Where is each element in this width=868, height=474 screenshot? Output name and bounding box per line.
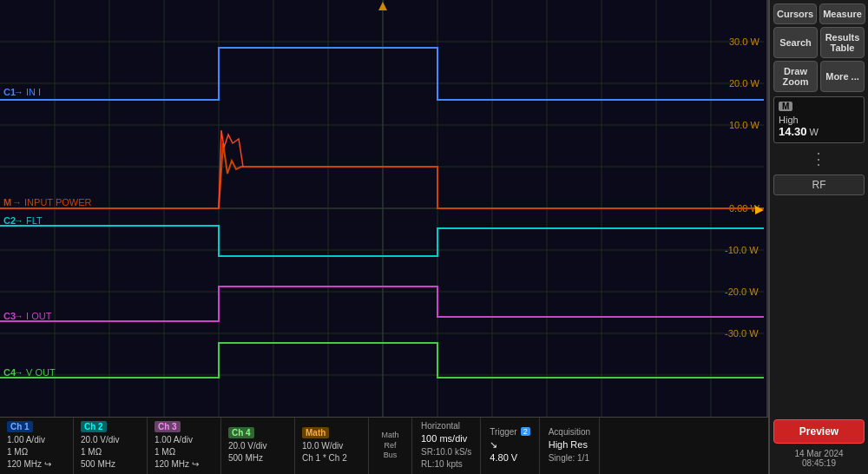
preview-button[interactable]: Preview — [773, 419, 865, 444]
math-vals: 10.0 W/div Ch 1 * Ch 2 — [302, 440, 361, 464]
trigger-level: 4.80 V — [490, 451, 529, 464]
ch2-info: Ch 2 20.0 V/div 1 MΩ 500 MHz — [74, 418, 148, 474]
svg-text:10.0 W: 10.0 W — [729, 120, 760, 130]
results-table-button[interactable]: Results Table — [820, 27, 865, 58]
horizontal-rate: 100 ms/div — [421, 432, 471, 445]
trigger-slope: ↘ — [490, 438, 529, 451]
search-button[interactable]: Search — [773, 27, 818, 58]
svg-text:→ V OUT: → V OUT — [14, 367, 56, 378]
bottom-bar: Ch 1 1.00 A/div 1 MΩ 120 MHz ↪ Ch 2 20.0… — [0, 417, 768, 474]
svg-text:-20.0 W: -20.0 W — [725, 286, 759, 297]
search-btn-row: Search Results Table — [773, 27, 865, 58]
more-options-dots[interactable]: ⋮ — [811, 149, 828, 168]
meas-unit: W — [810, 127, 819, 137]
svg-text:→ INPUT POWER: → INPUT POWER — [12, 197, 92, 207]
math-header: Math — [302, 427, 329, 438]
trigger-badge: 2 — [521, 427, 530, 436]
meas-label: High — [779, 115, 859, 125]
horizontal-sr: SR:10.0 kS/s — [421, 446, 471, 458]
ch2-vals: 20.0 V/div 1 MΩ 500 MHz — [81, 434, 140, 471]
math-ref-bus[interactable]: Math Ref Bus — [369, 418, 412, 474]
ch3-header: Ch 3 — [155, 421, 181, 432]
draw-btn-row: Draw Zoom More ... — [773, 61, 865, 92]
acquisition-title: Acquisition — [549, 427, 590, 437]
meas-value: 14.30 — [779, 125, 807, 138]
right-panel: Cursors Measure Search Results Table Dra… — [768, 0, 868, 474]
acquisition-section: Acquisition High Res Single: 1/1 — [540, 418, 600, 474]
ch4-header: Ch 4 — [228, 427, 254, 438]
rf-label: RF — [773, 174, 865, 195]
ch1-header: Ch 1 — [7, 421, 33, 432]
ch4-info: Ch 4 20.0 V/div 500 MHz — [221, 418, 295, 474]
ch1-vals: 1.00 A/div 1 MΩ 120 MHz ↪ — [7, 434, 66, 471]
trigger-section: Trigger 2 ↘ 4.80 V — [481, 418, 539, 474]
ch1-info: Ch 1 1.00 A/div 1 MΩ 120 MHz ↪ — [0, 418, 74, 474]
svg-text:→ I OUT: → I OUT — [14, 311, 52, 321]
svg-text:M: M — [3, 197, 11, 207]
horizontal-title: Horizontal — [421, 421, 471, 431]
svg-text:→ FLT: → FLT — [14, 215, 43, 226]
math-info: Math 10.0 W/div Ch 1 * Ch 2 — [295, 418, 369, 474]
svg-text:30.0 W: 30.0 W — [729, 36, 760, 47]
more-button[interactable]: More ... — [820, 61, 865, 92]
ch2-header: Ch 2 — [81, 421, 107, 432]
svg-marker-40 — [755, 206, 764, 214]
top-btn-row: Cursors Measure — [773, 3, 865, 24]
ch3-info: Ch 3 1.00 A/div 1 MΩ 120 MHz ↪ — [148, 418, 221, 474]
horizontal-section: Horizontal 100 ms/div SR:10.0 kS/s RL:10… — [412, 418, 481, 474]
trigger-title: Trigger 2 — [490, 427, 529, 437]
scope-screen: 30.0 W 20.0 W 10.0 W 0.00 W -10.0 W -20.… — [0, 0, 768, 417]
svg-text:-10.0 W: -10.0 W — [725, 245, 759, 255]
acquisition-mode: High Res — [549, 438, 590, 451]
draw-zoom-button[interactable]: Draw Zoom — [773, 61, 818, 92]
measurement-box: M High 14.30 W — [773, 96, 865, 143]
date-time-display: 14 Mar 2024 08:45:19 — [792, 446, 845, 471]
ch4-vals: 20.0 V/div 500 MHz — [228, 440, 287, 464]
svg-text:-30.0 W: -30.0 W — [725, 328, 759, 339]
ch3-vals: 1.00 A/div 1 MΩ 120 MHz ↪ — [155, 434, 214, 471]
horizontal-rl: RL:10 kpts — [421, 458, 471, 471]
acquisition-single: Single: 1/1 — [549, 452, 590, 464]
svg-text:20.0 W: 20.0 W — [729, 78, 760, 89]
meas-badge: M — [779, 102, 792, 111]
waveform-display: 30.0 W 20.0 W 10.0 W 0.00 W -10.0 W -20.… — [0, 0, 766, 417]
svg-marker-29 — [378, 2, 387, 10]
svg-text:→ IN I: → IN I — [14, 87, 41, 97]
measure-button[interactable]: Measure — [819, 3, 865, 24]
cursors-button[interactable]: Cursors — [773, 3, 817, 24]
